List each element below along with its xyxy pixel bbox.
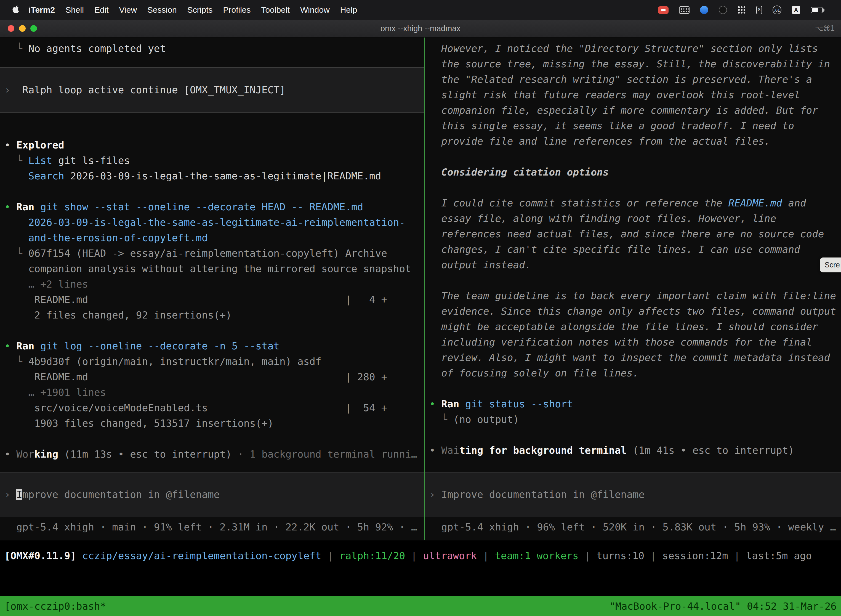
terminal-line: README.md | 4 + bbox=[4, 292, 424, 308]
tmux-host-time: "MacBook-Pro-44.local" 04:52 31-Mar-26 bbox=[609, 601, 837, 612]
terminal-line: 2026-03-09-is-legal-the-same-as-legitima… bbox=[4, 215, 424, 230]
left-pane[interactable]: └ No agents completed yet › Ralph loop a… bbox=[0, 38, 424, 540]
apple-logo-icon bbox=[12, 5, 19, 15]
ralph-banner-line: › Ralph loop active continue [OMX_TMUX_I… bbox=[4, 82, 424, 98]
terminal-line: references need actual files, and since … bbox=[429, 226, 841, 242]
menu-item-scripts[interactable]: Scripts bbox=[182, 5, 218, 15]
left-pane-spacer bbox=[0, 462, 424, 472]
terminal-line: └ List git ls-files bbox=[4, 153, 424, 168]
terminal-line: essay file, along with finding root file… bbox=[429, 211, 841, 226]
input-source-icon[interactable]: A bbox=[792, 6, 800, 14]
terminal-line bbox=[429, 180, 841, 195]
terminal-line: I could cite commit statistics or refere… bbox=[429, 195, 841, 211]
screen-recording-icon[interactable] bbox=[658, 6, 668, 14]
phone-icon[interactable]: 8 bbox=[756, 6, 762, 14]
terminal-line: and-the-erosion-of-copyleft.md bbox=[4, 230, 424, 246]
terminal-line: Search 2026-03-09-is-legal-the-same-as-l… bbox=[4, 168, 424, 184]
terminal-line: └ 4b9d30f (origin/main, instructkr/main,… bbox=[4, 354, 424, 369]
menu-item-profiles[interactable]: Profiles bbox=[218, 5, 256, 15]
terminal-line: … +1901 lines bbox=[4, 385, 424, 400]
terminal-line: • Explored bbox=[4, 138, 424, 153]
terminal-line: • Ran git log --oneline --decorate -n 5 … bbox=[4, 338, 424, 354]
menu-item-shell[interactable]: Shell bbox=[60, 5, 89, 15]
apple-menu[interactable] bbox=[8, 5, 23, 15]
right-pane-spacer bbox=[425, 458, 841, 472]
terminal-line bbox=[4, 323, 424, 338]
left-pane-output: • Explored └ List git ls-files Search 20… bbox=[0, 138, 424, 462]
terminal-line: might be acceptable alongside the file l… bbox=[429, 319, 841, 334]
terminal-line: 1903 files changed, 513517 insertions(+) bbox=[4, 416, 424, 431]
menu-item-window[interactable]: Window bbox=[295, 5, 335, 15]
right-model-status: gpt-5.4 xhigh · 96% left · 520K in · 5.8… bbox=[425, 519, 841, 540]
menu-bar: iTerm2 Shell Edit View Session Scripts P… bbox=[0, 0, 841, 20]
menu-item-toolbelt[interactable]: Toolbelt bbox=[256, 5, 295, 15]
right-pane[interactable]: However, I noticed the "Directory Struct… bbox=[425, 38, 841, 540]
menu-item-help[interactable]: Help bbox=[335, 5, 363, 15]
close-button[interactable] bbox=[8, 25, 14, 32]
terminal-line: companion analysis without altering the … bbox=[4, 261, 424, 277]
tmux-status-bar: [omx-cczip0:bash* "MacBook-Pro-44.local"… bbox=[0, 596, 841, 616]
right-prompt-input[interactable]: › Improve documentation in @filename bbox=[425, 472, 841, 517]
terminal-line bbox=[429, 273, 841, 288]
window-controls bbox=[8, 25, 37, 32]
terminal-line: • Ran git show --stat --oneline --decora… bbox=[4, 199, 424, 215]
terminal-window: └ No agents completed yet › Ralph loop a… bbox=[0, 38, 841, 596]
omx-status-line: [OMX#0.11.9] cczip/essay/ai-reimplementa… bbox=[0, 548, 841, 563]
terminal-line: … +2 lines bbox=[4, 277, 424, 292]
menu-bar-status-icons: 8 .61 A bbox=[658, 6, 841, 14]
terminal-line: slight risk that future readers may over… bbox=[429, 87, 841, 103]
terminal-line: provide file and line references from th… bbox=[429, 133, 841, 149]
menu-item-iterm2[interactable]: iTerm2 bbox=[23, 5, 60, 15]
battery-icon[interactable] bbox=[811, 7, 825, 13]
terminal-line bbox=[429, 427, 841, 443]
window-shortcut-badge: ⌥⌘1 bbox=[815, 24, 835, 32]
right-pane-output: However, I noticed the "Directory Struct… bbox=[425, 38, 841, 458]
terminal-line: However, I noticed the "Directory Struct… bbox=[429, 41, 841, 56]
app-blue-icon[interactable] bbox=[700, 6, 708, 14]
terminal-line: └ No agents completed yet bbox=[4, 41, 424, 56]
app-dark-icon[interactable] bbox=[719, 6, 727, 14]
zoom-button[interactable] bbox=[30, 25, 37, 32]
menu-item-edit[interactable]: Edit bbox=[89, 5, 114, 15]
screen-pill[interactable]: Scre bbox=[820, 258, 841, 273]
left-model-status: gpt-5.4 xhigh · main · 91% left · 2.31M … bbox=[0, 519, 424, 540]
left-prompt-line: › Improve documentation in @filename bbox=[4, 487, 424, 502]
terminal-line: the source tree, missing the essay. Stil… bbox=[429, 56, 841, 72]
window-title: omx --xhigh --madmax bbox=[381, 24, 460, 33]
terminal-line bbox=[4, 431, 424, 447]
minimize-button[interactable] bbox=[19, 25, 26, 32]
terminal-line: including verification notes with those … bbox=[429, 334, 841, 350]
ralph-banner: › Ralph loop active continue [OMX_TMUX_I… bbox=[0, 67, 424, 113]
terminal-line: 2 files changed, 92 insertions(+) bbox=[4, 308, 424, 323]
terminal-line bbox=[429, 381, 841, 396]
tmux-session-name: [omx-cczip0:bash* bbox=[4, 601, 106, 612]
terminal-line: README.md | 280 + bbox=[4, 369, 424, 385]
terminal-line: • Ran git status --short bbox=[429, 396, 841, 412]
terminal-line: of focusing solely on file lines. bbox=[429, 365, 841, 381]
gauge-icon[interactable]: .61 bbox=[772, 6, 781, 14]
terminal-line: the "Related research writing" section i… bbox=[429, 72, 841, 87]
terminal-line: changes, I can't cite specific file line… bbox=[429, 242, 841, 257]
terminal-line: • Working (11m 13s • esc to interrupt) ·… bbox=[4, 447, 424, 462]
title-bar[interactable]: omx --xhigh --madmax ⌥⌘1 bbox=[0, 20, 841, 38]
right-prompt-line: › Improve documentation in @filename bbox=[429, 487, 841, 502]
terminal-line bbox=[429, 149, 841, 164]
terminal-line: output instead. bbox=[429, 257, 841, 273]
terminal-line: Considering citation options bbox=[429, 164, 841, 180]
terminal-line: src/voice/voiceModeEnabled.ts | 54 + bbox=[4, 400, 424, 416]
terminal-line: this single essay, it seems like a good … bbox=[429, 118, 841, 133]
menu-item-view[interactable]: View bbox=[114, 5, 142, 15]
left-pane-top-output: └ No agents completed yet bbox=[0, 38, 424, 56]
apps-grid-icon[interactable] bbox=[737, 6, 746, 14]
keyboard-icon[interactable] bbox=[679, 6, 690, 14]
terminal-line: review. Also, I might want to inspect th… bbox=[429, 350, 841, 365]
terminal-line bbox=[4, 184, 424, 199]
menu-item-session[interactable]: Session bbox=[142, 5, 182, 15]
terminal-line: evidence. Since this change only affects… bbox=[429, 304, 841, 319]
terminal-line: • Waiting for background terminal (1m 41… bbox=[429, 443, 841, 458]
terminal-panes: └ No agents completed yet › Ralph loop a… bbox=[0, 38, 841, 540]
left-prompt-input[interactable]: › Improve documentation in @filename bbox=[0, 472, 424, 517]
terminal-line: └ 067f154 (HEAD -> essay/ai-reimplementa… bbox=[4, 246, 424, 261]
terminal-line: The team guideline is to back every impo… bbox=[429, 288, 841, 304]
terminal-line: └ (no output) bbox=[429, 412, 841, 427]
